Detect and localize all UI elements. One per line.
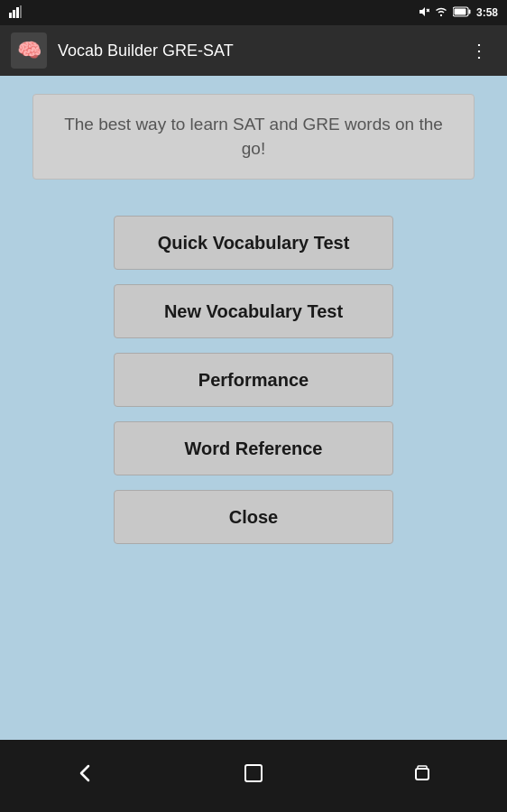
performance-button[interactable]: Performance [114,353,393,407]
close-button[interactable]: Close [114,490,393,544]
svg-rect-8 [468,10,470,14]
overflow-menu-button[interactable]: ⋮ [463,32,496,69]
close-label: Close [229,507,278,528]
svg-rect-9 [454,9,466,15]
recents-icon [410,761,435,791]
battery-icon [453,6,471,19]
svg-rect-3 [20,5,22,18]
word-reference-button[interactable]: Word Reference [114,421,393,475]
home-button[interactable] [226,749,281,803]
status-bar: 3:58 [0,0,507,25]
quick-vocabulary-test-label: Quick Vocabulary Test [158,233,350,254]
svg-marker-4 [419,7,425,16]
navigation-bar [0,740,507,812]
toolbar: 🧠 Vocab Builder GRE-SAT ⋮ [0,25,507,76]
signal-bars-icon [9,5,22,20]
svg-rect-2 [16,7,19,18]
word-reference-label: Word Reference [184,438,322,459]
home-icon [241,761,266,791]
back-button[interactable] [58,749,112,803]
status-bar-right: 3:58 [419,6,498,19]
recents-button[interactable] [395,749,449,803]
svg-rect-10 [245,765,262,781]
new-vocabulary-test-label: New Vocabulary Test [164,301,343,322]
app-title: Vocab Builder GRE-SAT [58,42,452,60]
banner: The best way to learn SAT and GRE words … [32,94,475,180]
quick-vocabulary-test-button[interactable]: Quick Vocabulary Test [114,216,393,270]
svg-rect-12 [418,766,427,769]
svg-rect-11 [416,769,429,780]
wifi-icon [435,6,447,19]
svg-rect-1 [13,10,15,18]
new-vocabulary-test-button[interactable]: New Vocabulary Test [114,284,393,338]
clock: 3:58 [476,6,498,19]
mute-icon [419,6,429,19]
banner-text: The best way to learn SAT and GRE words … [64,115,443,158]
brain-icon: 🧠 [17,39,41,62]
back-icon [72,761,97,791]
performance-label: Performance [198,370,309,391]
main-content: The best way to learn SAT and GRE words … [0,76,507,740]
svg-rect-0 [9,13,12,18]
status-bar-left [9,5,22,20]
app-icon: 🧠 [11,32,47,69]
